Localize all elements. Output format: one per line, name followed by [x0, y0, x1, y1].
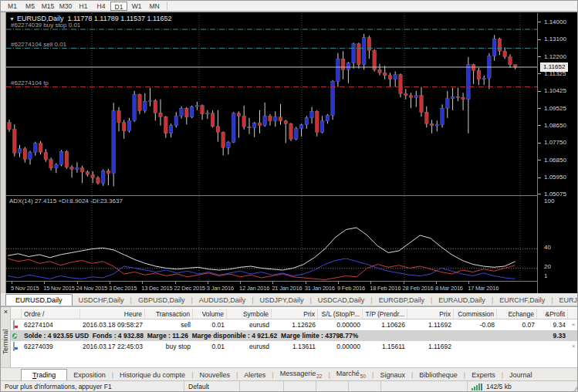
close-order-icon[interactable]: × [568, 341, 578, 352]
timeframe-button-M30[interactable]: M30 [57, 2, 74, 11]
chart-tab-eurauddaily[interactable]: EURAUD,Daily [432, 295, 492, 306]
order-cell: 1.11692 [407, 341, 454, 352]
chart-window: ▼EURUSD,Daily 1.11778 1.11789 1.11537 1.… [1, 12, 578, 293]
timeframe-button-M1[interactable]: M1 [4, 2, 21, 11]
column-header-volume[interactable]: Volume [193, 309, 227, 319]
timeframe-button-W1[interactable]: W1 [128, 2, 145, 11]
adx-indicator-panel[interactable]: ADX(14) 27.4115 +DI:8.9024 -DI:23.3637 [6, 196, 537, 281]
date-tick [370, 282, 371, 284]
date-axis-label: 24 Nov 2015 [76, 285, 107, 292]
order-row-62274104[interactable]: 622741042016.03.18 09:58:27sell0.01eurus… [11, 319, 578, 330]
chart-tab-usdjpydaily[interactable]: USDJPY,Daily [254, 295, 310, 306]
chart-tab-usdchfdaily[interactable]: USDCHF,Daily [73, 295, 130, 306]
date-axis-label: 28 Feb 2016 [403, 285, 434, 292]
terminal-tab-journal[interactable]: Journal [503, 370, 539, 380]
order-cell: 0.01 [193, 319, 227, 330]
date-axis-label: 3 Jan 2016 [207, 285, 234, 292]
status-cell-2 [284, 381, 316, 392]
order-cell: 1.15611 [363, 341, 407, 352]
order-cell: 62274104 [22, 319, 80, 330]
date-axis-label: 5 Nov 2015 [11, 285, 39, 292]
date-tick [272, 282, 273, 284]
chart-tab-eurgbpdaily[interactable]: EURGBP,Daily [373, 295, 431, 306]
date-tick [142, 282, 143, 284]
column-header-ordre[interactable]: Ordre / [22, 309, 80, 319]
price-axis-label: 1.10425 [544, 87, 566, 94]
chart-tab-gbpusddaily[interactable]: GBPUSD,Daily [132, 295, 191, 306]
terminal-tab-experts[interactable]: Experts [465, 370, 502, 380]
order-line-label-2[interactable]: #62274104 tp [11, 79, 49, 86]
terminal-close-icon[interactable]: × [2, 308, 10, 316]
column-header-tpprendr[interactable]: T/P (Prendr... [363, 309, 407, 319]
terminal-tab-nouvelles[interactable]: Nouvelles [193, 370, 236, 380]
price-tick [538, 108, 541, 109]
column-header-profit[interactable]: &Profit [537, 309, 568, 319]
order-cell: -0.08 [454, 319, 497, 330]
chart-tab-audusddaily[interactable]: AUDUSD,Daily [193, 295, 252, 306]
order-cell: 1.13611 [272, 341, 318, 352]
order-cell: 1.11692 [407, 319, 454, 330]
status-profile: Default [184, 381, 240, 392]
price-tick [538, 160, 541, 161]
terminal-tab-historiqueducompte[interactable]: Historique du compte [113, 370, 191, 380]
chart-tab-eurusddaily[interactable]: EURUSD,Daily [5, 294, 73, 306]
column-header-heure[interactable]: Heure [80, 309, 145, 319]
balance-profit-value: 9.33 [537, 330, 568, 341]
date-tick [338, 282, 339, 284]
price-tick [538, 73, 541, 74]
timeframe-button-M15[interactable]: M15 [39, 2, 56, 11]
column-header-prix[interactable]: Prix [407, 309, 454, 319]
terminal-tab-trading[interactable]: Trading [21, 369, 67, 380]
column-header-echange[interactable]: Echange [497, 309, 537, 319]
adx-axis-label: 1 [544, 272, 547, 279]
timeframe-button-D1[interactable]: D1 [110, 2, 127, 11]
order-cell: eurusd [227, 319, 272, 330]
resize-grip[interactable] [570, 382, 578, 392]
orders-table: Ordre /HeureTransactionVolumeSymbolePrix… [11, 309, 578, 352]
timeframe-button-H1[interactable]: H1 [75, 2, 92, 11]
terminal-tab-messagerie[interactable]: Messagerie22 [274, 368, 329, 380]
status-help-message: Pour plus d'informations, appuyer F1 [1, 381, 184, 392]
tab-badge: 22 [316, 373, 322, 379]
close-order-icon[interactable]: × [568, 319, 578, 330]
terminal-tab-bibliotheque[interactable]: Bibliotheque [413, 370, 464, 380]
price-chart-plot[interactable]: ▼EURUSD,Daily 1.11778 1.11789 1.11537 1.… [6, 13, 537, 195]
date-axis-label: 18 Feb 2016 [370, 285, 401, 292]
order-line-label-0[interactable]: #62274039 buy stop 0.01 [11, 22, 80, 29]
price-tick [538, 125, 541, 126]
date-tick [12, 282, 12, 284]
column-header-commission[interactable]: Commission [454, 309, 497, 319]
date-tick [240, 282, 241, 284]
order-line-label-1[interactable]: #62274104 sell 0.01 [11, 41, 66, 48]
terminal-tab-alertes[interactable]: Alertes [238, 370, 272, 380]
terminal-tab-march[interactable]: Marché50 [330, 368, 372, 380]
adx-axis-label: 100 [544, 198, 554, 204]
chart-tab-eurjpydaily[interactable]: EURJPY,Daily [553, 295, 578, 306]
order-cell: sell [145, 319, 193, 330]
column-header-symbole[interactable]: Symbole [227, 309, 272, 319]
price-axis-label: 1.08650 [544, 122, 566, 129]
terminal-tab-signaux[interactable]: Signaux [374, 370, 411, 380]
timeframe-button-MN[interactable]: MN [146, 2, 163, 11]
date-axis-label: 8 Mar 2016 [435, 285, 463, 292]
terminal-tab-exposition[interactable]: Exposition [67, 370, 112, 380]
date-axis[interactable]: 5 Nov 201515 Nov 201524 Nov 20153 Dec 20… [6, 282, 537, 294]
order-row-62274039[interactable]: 622740392016.03.17 22:45:03buy stop0.01e… [11, 341, 578, 352]
timeframe-button-H4[interactable]: H4 [93, 2, 110, 11]
date-axis-label: 17 Mar 2016 [468, 285, 499, 292]
column-header-prix[interactable]: Prix [272, 309, 318, 319]
chart-tab-eurchfdaily[interactable]: EURCHF,Daily [493, 295, 551, 306]
price-tick [538, 56, 541, 57]
orders-table-header: Ordre /HeureTransactionVolumeSymbolePrix… [11, 309, 578, 319]
chart-tab-usdcaddaily[interactable]: USDCAD,Daily [312, 295, 371, 306]
column-header-slstopp[interactable]: S/L (Stop/P... [318, 309, 363, 319]
adx-indicator-label: ADX(14) 27.4115 +DI:8.9024 -DI:23.3637 [9, 198, 123, 204]
price-axis[interactable]: 1.140001.131001.122001.113251.104251.095… [537, 13, 578, 294]
column-header-transaction[interactable]: Transaction [145, 309, 193, 319]
balance-row[interactable]: ↗Solde : 4 923.55 USD Fonds : 4 932.88 M… [11, 330, 578, 341]
chevron-down-icon: ▼ [9, 16, 15, 22]
timeframe-button-M5[interactable]: M5 [22, 2, 39, 11]
network-bars-icon [472, 384, 483, 390]
chart-tab-bar: EURUSD,DailyUSDCHF,Daily|GBPUSD,Daily|AU… [1, 293, 578, 306]
balance-summary-text: Solde : 4 923.55 USD Fonds : 4 932.88 Ma… [22, 330, 537, 341]
